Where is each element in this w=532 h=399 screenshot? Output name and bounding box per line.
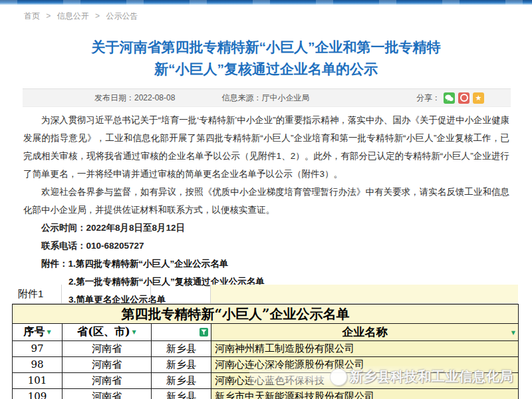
weibo-share-icon[interactable] xyxy=(458,92,469,104)
company-table: 第四批专精特新“小巨人”企业公示名单 序号▼ 省(区、市)▼ 企业名称▼ 97 … xyxy=(12,304,519,399)
column-header-filtered xyxy=(152,324,211,341)
sheet-corner-row: 附件1 xyxy=(12,285,518,304)
page: 首页 > 信息公开 > 公示公告 关于河南省第四批专精特新“小巨人”企业和第一批… xyxy=(0,0,532,399)
attachment-item-1: 附件：1.第四批专精特新“小巨人”企业公示名单 xyxy=(23,255,509,273)
page-title-line2: 新“小巨人”复核通过企业名单的公示 xyxy=(154,61,378,76)
company-cell: 河南神州精工制造股份有限公司 xyxy=(211,341,519,357)
qzone-share-icon[interactable]: ★ xyxy=(473,92,484,104)
contact-phone: 联系电话：010-68205727 xyxy=(23,237,509,255)
province-cell: 河南省 xyxy=(63,389,152,399)
page-title-line1: 关于河南省第四批专精特新“小巨人”企业和第一批专精特 xyxy=(92,39,441,55)
share-group: 分享： ★ xyxy=(416,92,484,104)
breadcrumb-separator: > xyxy=(95,11,100,21)
wechat-share-icon[interactable] xyxy=(444,92,455,104)
company-cell: 河南心连心深冷能源股份有限公司 xyxy=(211,357,519,373)
county-cell: 新乡县 xyxy=(152,373,211,389)
publicity-period: 公示时间：2022年8月8日至8月12日 xyxy=(23,219,509,237)
seq-cell: 101 xyxy=(13,373,63,389)
filter-dropdown-icon: ▼ xyxy=(511,329,515,336)
filter-dropdown-icon: ▼ xyxy=(47,329,51,335)
breadcrumb-current-page: 公示公告 xyxy=(106,11,138,21)
attachment-corner-label: 附件1 xyxy=(12,285,62,303)
paragraph: 为深入贯彻习近平总书记关于“培育一批‘专精特新’中小企业”的重要指示精神，落实中… xyxy=(23,111,509,183)
county-cell: 新乡县 xyxy=(152,357,211,373)
breadcrumb: 首页 > 信息公开 > 公示公告 xyxy=(24,11,138,22)
column-header-province: 省(区、市)▼ xyxy=(63,324,152,341)
breadcrumb-info-disclosure-link[interactable]: 信息公开 xyxy=(57,11,89,21)
publish-date: 发布日期：2022-08-08 xyxy=(94,92,175,104)
seq-cell: 97 xyxy=(13,341,63,357)
company-cell: 河南心连心蓝色环保科技 xyxy=(211,373,519,389)
empty-cell xyxy=(62,285,151,303)
share-label: 分享： xyxy=(416,92,440,104)
seq-cell: 98 xyxy=(13,357,63,373)
column-header-company: 企业名称▼ xyxy=(211,324,519,341)
province-cell: 河南省 xyxy=(63,373,152,389)
sheet-title: 第四批专精特新“小巨人”企业公示名单 xyxy=(13,305,519,324)
attachment-spreadsheet: 附件1 第四批专精特新“小巨人”企业公示名单 序号▼ 省(区、市)▼ 企业名称▼… xyxy=(12,285,518,399)
top-nav-strip xyxy=(0,0,532,5)
province-cell: 河南省 xyxy=(63,341,152,357)
county-cell: 新乡县 xyxy=(152,341,211,357)
page-title: 关于河南省第四批专精特新“小巨人”企业和第一批专精特 新“小巨人”复核通过企业名… xyxy=(27,36,505,80)
table-row: 98 河南省 新乡县 河南心连心深冷能源股份有限公司 xyxy=(13,357,519,373)
meta-bar: 发布日期：2022-08-08 信息来源：厅中小企业局 分享： ★ xyxy=(23,88,511,107)
seq-cell: 109 xyxy=(13,389,63,399)
province-cell: 河南省 xyxy=(63,357,152,373)
info-source: 信息来源：厅中小企业局 xyxy=(221,92,309,104)
table-row: 101 河南省 新乡县 河南心连心蓝色环保科技 xyxy=(13,373,519,389)
empty-cell xyxy=(211,285,518,303)
table-row: 97 河南省 新乡县 河南神州精工制造股份有限公司 xyxy=(13,341,519,357)
table-row: 109 河南省 新乡县 新乡市中天新能源科技股份有限公司 xyxy=(13,389,519,399)
column-header-seq: 序号▼ xyxy=(13,324,63,341)
county-cell: 新乡县 xyxy=(152,389,211,399)
empty-cell xyxy=(151,285,211,303)
company-cell: 新乡市中天新能源科技股份有限公司 xyxy=(211,389,519,399)
filter-dropdown-icon: ▼ xyxy=(132,329,136,335)
paragraph: 欢迎社会各界参与监督，如有异议，按照《优质中小企业梯度培育管理暂行办法》中有关要… xyxy=(23,183,509,219)
breadcrumb-home-link[interactable]: 首页 xyxy=(24,11,40,21)
filter-funnel-icon xyxy=(200,328,208,336)
breadcrumb-separator: > xyxy=(46,11,51,21)
